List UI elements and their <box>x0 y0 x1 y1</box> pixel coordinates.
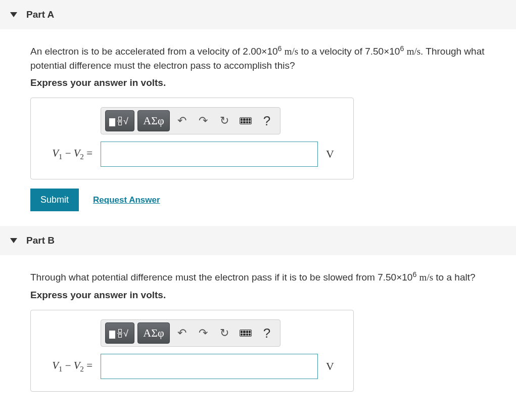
reset-icon: ↻ <box>220 326 229 340</box>
part-a-toolbar: √ ΑΣφ ↶ ↷ ↻ ? <box>101 107 280 134</box>
undo-icon: ↶ <box>177 114 186 127</box>
reset-button[interactable]: ↻ <box>215 112 233 130</box>
undo-button[interactable]: ↶ <box>173 324 191 342</box>
redo-button[interactable]: ↷ <box>194 324 212 342</box>
math-template-icon: √ <box>108 325 131 341</box>
request-answer-link[interactable]: Request Answer <box>93 195 160 205</box>
undo-button[interactable]: ↶ <box>173 112 191 130</box>
math-templates-button[interactable]: √ <box>105 110 134 131</box>
math-templates-button[interactable]: √ <box>105 322 134 344</box>
keyboard-button[interactable] <box>237 324 255 342</box>
part-b-answer-input[interactable] <box>101 354 318 379</box>
caret-down-icon <box>10 12 17 17</box>
part-a-instruction: Express your answer in volts. <box>30 77 506 88</box>
part-b-question: Through what potential difference must t… <box>30 269 506 285</box>
undo-icon: ↶ <box>177 326 186 340</box>
part-a-question: An electron is to be accelerated from a … <box>30 43 506 72</box>
part-b-answer-row: V1 − V2 = V <box>41 354 343 379</box>
part-b-title: Part B <box>26 235 55 246</box>
part-a-answer-input[interactable] <box>101 142 318 167</box>
part-a-lhs: V1 − V2 = <box>41 147 92 161</box>
part-b-lhs: V1 − V2 = <box>41 359 92 374</box>
help-button[interactable]: ? <box>258 324 276 342</box>
part-b-toolbar: √ ΑΣφ ↶ ↷ ↻ ? <box>101 319 280 347</box>
greek-symbols-button[interactable]: ΑΣφ <box>137 110 170 131</box>
part-a-answer-row: V1 − V2 = V <box>41 142 343 167</box>
part-a-unit: V <box>326 148 334 161</box>
part-b-answer-box: √ ΑΣφ ↶ ↷ ↻ ? V1 − V2 = <box>30 310 354 392</box>
keyboard-button[interactable] <box>237 112 255 130</box>
reset-button[interactable]: ↻ <box>215 324 233 342</box>
part-a-answer-box: √ ΑΣφ ↶ ↷ ↻ ? V1 − V2 = <box>30 98 354 179</box>
redo-icon: ↷ <box>199 114 208 127</box>
part-a-header[interactable]: Part A <box>0 0 516 29</box>
reset-icon: ↻ <box>220 114 229 127</box>
help-button[interactable]: ? <box>258 112 276 130</box>
keyboard-icon <box>240 330 252 337</box>
part-a-title: Part A <box>26 9 54 20</box>
greek-symbols-button[interactable]: ΑΣφ <box>137 322 170 344</box>
part-a-actions: Submit Request Answer <box>30 189 506 211</box>
submit-button[interactable]: Submit <box>30 189 79 211</box>
part-b-unit: V <box>326 360 334 373</box>
part-b-body: Through what potential difference must t… <box>0 255 516 406</box>
redo-icon: ↷ <box>199 326 208 340</box>
keyboard-icon <box>240 117 252 124</box>
caret-down-icon <box>10 238 17 243</box>
part-a-body: An electron is to be accelerated from a … <box>0 29 516 225</box>
redo-button[interactable]: ↷ <box>194 112 212 130</box>
part-b-instruction: Express your answer in volts. <box>30 290 506 301</box>
part-b-header[interactable]: Part B <box>0 226 516 255</box>
math-template-icon: √ <box>108 113 131 128</box>
